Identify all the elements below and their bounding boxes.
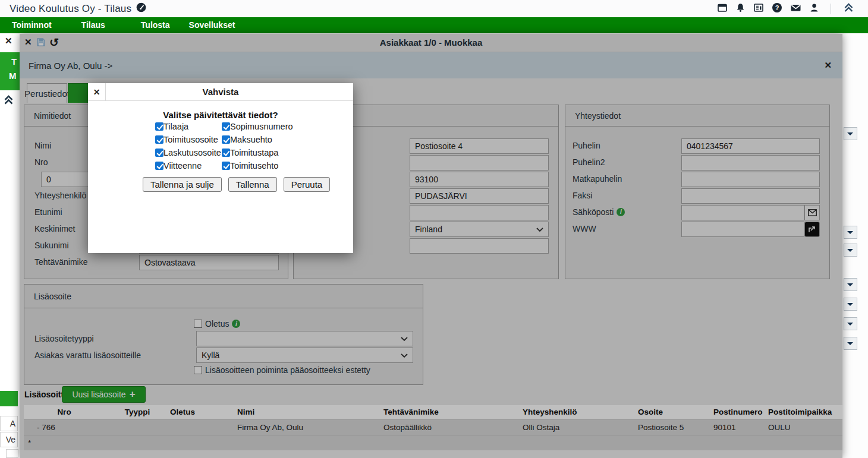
background-close-icon[interactable]: ✕ bbox=[5, 36, 12, 46]
checkbox[interactable] bbox=[155, 135, 163, 144]
background-row: Ve bbox=[0, 432, 18, 447]
background-green-fragment bbox=[0, 391, 18, 406]
modal-button[interactable]: Tallenna ja sulje bbox=[143, 177, 222, 192]
dropdown-arrow-button[interactable] bbox=[844, 337, 857, 350]
menu-item[interactable]: Tulosta bbox=[131, 17, 180, 33]
dropdown-arrow-button[interactable] bbox=[844, 226, 857, 239]
sidebar-collapse-icon[interactable] bbox=[2, 94, 15, 108]
menu-item[interactable]: Tilaus bbox=[72, 17, 115, 33]
update-option-checkbox[interactable]: Maksuehto bbox=[222, 133, 293, 146]
modal-title: Vahvista bbox=[88, 83, 353, 101]
checkbox[interactable] bbox=[155, 149, 163, 157]
modal-button[interactable]: Tallenna bbox=[228, 177, 277, 192]
update-option-checkbox[interactable]: Toimitusehto bbox=[222, 159, 293, 172]
background-row: A bbox=[0, 416, 18, 431]
modal-buttons: Tallenna ja suljeTallennaPeruuta bbox=[143, 177, 330, 192]
main-menubar: ToiminnotTilausTulostaSovellukset bbox=[0, 17, 868, 33]
svg-text:?: ? bbox=[775, 4, 779, 11]
confirm-modal: ✕ Vahvista Valitse päivitettävät tiedot?… bbox=[88, 83, 353, 253]
update-option-checkbox[interactable]: Toimitusosoite bbox=[155, 133, 222, 146]
checkbox[interactable] bbox=[222, 122, 230, 131]
collapse-icon[interactable] bbox=[842, 2, 855, 16]
app-titlebar: Video Koulutus Oy - Tilaus ? bbox=[0, 0, 868, 17]
menu-item[interactable]: Sovellukset bbox=[180, 17, 245, 33]
dropdown-arrow-button[interactable] bbox=[844, 244, 857, 257]
dropdown-arrow-button[interactable] bbox=[844, 317, 857, 330]
dropdown-arrow-button[interactable] bbox=[844, 298, 857, 311]
update-option-checkbox[interactable]: Sopimusnumero bbox=[222, 120, 293, 133]
help-icon[interactable]: ? bbox=[772, 2, 782, 15]
background-green-header: T M bbox=[0, 52, 20, 90]
update-options: Tilaaja Sopimusnumero Toimitusosoite Mak… bbox=[155, 120, 293, 172]
divider bbox=[831, 4, 831, 14]
gauge-icon bbox=[136, 2, 146, 15]
dropdown-arrow-button[interactable] bbox=[844, 127, 857, 140]
menu-item[interactable]: Toiminnot bbox=[2, 17, 61, 33]
checkbox[interactable] bbox=[155, 162, 163, 170]
mail-icon[interactable] bbox=[790, 2, 801, 15]
update-option-checkbox[interactable]: Laskutusosoite bbox=[155, 146, 222, 159]
bell-icon[interactable] bbox=[735, 2, 746, 15]
news-icon[interactable] bbox=[753, 2, 764, 15]
checkbox[interactable] bbox=[155, 122, 163, 131]
modal-button[interactable]: Peruuta bbox=[284, 177, 331, 192]
user-icon[interactable] bbox=[809, 2, 819, 15]
background-box bbox=[6, 449, 18, 458]
checkbox[interactable] bbox=[222, 149, 230, 157]
update-option-checkbox[interactable]: Toimitustapa bbox=[222, 146, 293, 159]
modal-question: Valitse päivitettävät tiedot? bbox=[88, 110, 353, 120]
app-title: Video Koulutus Oy - Tilaus bbox=[10, 3, 131, 15]
window-icon[interactable] bbox=[717, 2, 728, 15]
background-right-strip bbox=[842, 34, 868, 458]
checkbox[interactable] bbox=[222, 162, 230, 170]
dropdown-arrow-button[interactable] bbox=[844, 278, 857, 291]
update-option-checkbox[interactable]: Viitteenne bbox=[155, 159, 222, 172]
checkbox[interactable] bbox=[222, 135, 230, 144]
update-option-checkbox[interactable]: Tilaaja bbox=[155, 120, 222, 133]
modal-header: ✕ Vahvista bbox=[88, 83, 353, 101]
